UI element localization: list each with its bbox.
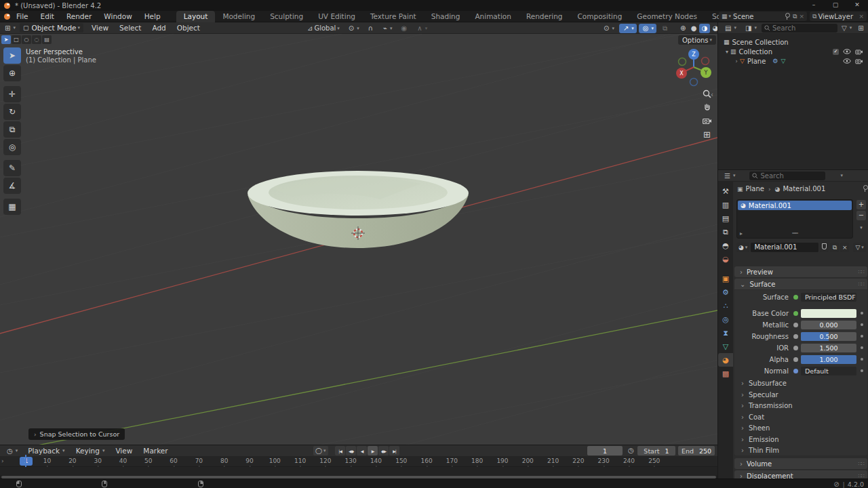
frame-tick-90[interactable]: 90: [245, 458, 253, 464]
timeline-menu-marker[interactable]: Marker: [138, 447, 173, 455]
unlink-button[interactable]: ×: [840, 243, 849, 252]
expand-icon[interactable]: ›: [733, 58, 740, 64]
shading-solid-button[interactable]: ●: [688, 24, 699, 33]
panel-displacement[interactable]: Displacement∷∷: [734, 470, 867, 479]
roughness-slider[interactable]: 0.500: [801, 332, 856, 341]
tool-scale[interactable]: ⧉: [3, 121, 21, 138]
proportional-edit-toggle[interactable]: ◉: [397, 24, 412, 33]
new-collection-icon[interactable]: ⊞: [856, 24, 865, 32]
start-frame-field[interactable]: Start1: [637, 446, 675, 455]
snap-target-dropdown[interactable]: ⌁▾: [379, 24, 395, 33]
frame-tick-210[interactable]: 210: [547, 458, 559, 464]
remove-slot-button[interactable]: −: [856, 211, 866, 220]
timeline-menu-keying[interactable]: Keying▾: [71, 447, 111, 455]
tab-physics[interactable]: ◎: [718, 312, 733, 326]
close-button[interactable]: ✕: [846, 0, 868, 11]
workspace-tab-modeling[interactable]: Modeling: [215, 11, 262, 22]
visibility-dropdown[interactable]: ⊙▾: [599, 24, 617, 33]
tab-output[interactable]: ▤: [718, 211, 733, 225]
camera-view-button[interactable]: [701, 115, 713, 127]
next-keyframe-button[interactable]: ◆▶: [378, 446, 389, 455]
outliner-search-input[interactable]: [772, 24, 831, 32]
timeline-editor-type-button[interactable]: ◷▾: [3, 446, 20, 455]
alpha-slider[interactable]: 1.000: [801, 355, 856, 364]
outliner-search[interactable]: [762, 24, 837, 33]
frame-tick-190[interactable]: 190: [496, 458, 508, 464]
properties-editor-type-button[interactable]: ☰▾: [720, 171, 738, 180]
properties-search[interactable]: [749, 171, 825, 180]
frame-tick-110[interactable]: 110: [294, 458, 306, 464]
tab-render[interactable]: ▥: [718, 198, 733, 211]
frame-tick-140[interactable]: 140: [370, 458, 382, 464]
expand-icon[interactable]: ▾: [724, 49, 730, 55]
decorate-dot[interactable]: [861, 358, 863, 361]
maximize-button[interactable]: ▢: [825, 0, 846, 11]
frame-tick-80[interactable]: 80: [220, 458, 228, 464]
viewport-menu-object[interactable]: Object: [172, 24, 205, 32]
frame-tick-230[interactable]: 230: [598, 458, 610, 464]
shading-wireframe-button[interactable]: ⊕: [677, 24, 688, 33]
tab-constraints[interactable]: ⧗: [718, 326, 733, 340]
workspace-tab-shading[interactable]: Shading: [424, 11, 468, 22]
tab-world[interactable]: ◒: [718, 252, 733, 266]
material-name-field[interactable]: Material.001: [751, 243, 818, 252]
tab-view-layer[interactable]: ⧉: [718, 225, 733, 239]
pivot-dropdown[interactable]: ⊙▾: [344, 24, 362, 33]
tool-move[interactable]: ✛: [3, 86, 21, 102]
new-material-button[interactable]: ⧉: [830, 243, 839, 252]
mode-dropdown[interactable]: ▢ Object Mode ▾: [20, 23, 83, 33]
falloff-dropdown[interactable]: ∧▾: [413, 24, 430, 33]
outliner-row-scene-collection[interactable]: ▦ Scene Collection: [718, 37, 868, 47]
workspace-tab-texture-paint[interactable]: Texture Paint: [363, 11, 424, 22]
tool-transform[interactable]: ◎: [3, 139, 21, 155]
frame-tick-120[interactable]: 120: [319, 458, 331, 464]
play-button[interactable]: ▶: [368, 446, 378, 455]
subpanel-sheen[interactable]: Sheen: [741, 424, 770, 432]
slot-specials-button[interactable]: ▾: [856, 224, 866, 233]
material-slot-list[interactable]: ◕ Material.001 ▸ ══: [736, 199, 853, 239]
outliner-filter-dropdown[interactable]: ◨▾: [741, 23, 760, 33]
select-mode-circle[interactable]: ○: [22, 35, 31, 44]
properties-search-input[interactable]: [760, 172, 818, 180]
frame-tick-200[interactable]: 200: [522, 458, 534, 464]
workspace-tab-animation[interactable]: Animation: [467, 11, 519, 22]
frame-tick-150[interactable]: 150: [395, 458, 407, 464]
ortho-toggle-button[interactable]: ⊞: [701, 129, 713, 140]
base-color-swatch[interactable]: [801, 309, 856, 318]
list-resize-grip[interactable]: ══: [792, 230, 797, 237]
viewport-menu-select[interactable]: Select: [114, 24, 146, 32]
current-frame-field[interactable]: 1: [587, 446, 623, 455]
decorate-dot[interactable]: [861, 369, 863, 372]
tab-particles[interactable]: ∴: [718, 299, 733, 312]
pan-button[interactable]: [701, 102, 713, 113]
tool-rotate[interactable]: ↻: [3, 104, 21, 120]
eye-icon[interactable]: [843, 58, 851, 64]
auto-keying-toggle[interactable]: ◯▾: [313, 446, 328, 455]
play-reverse-button[interactable]: ◀: [357, 446, 367, 455]
add-slot-button[interactable]: +: [856, 200, 866, 209]
sidebar-toggle-arrow[interactable]: ‹: [711, 91, 713, 98]
viewport-menu-add[interactable]: Add: [146, 24, 171, 32]
frame-tick-240[interactable]: 240: [623, 458, 635, 464]
frame-tick-40[interactable]: 40: [119, 458, 127, 464]
breadcrumb-object[interactable]: Plane: [746, 185, 764, 192]
select-mode-box[interactable]: □: [12, 35, 21, 44]
subpanel-subsurface[interactable]: Subsurface: [741, 379, 787, 388]
tool-measure[interactable]: ∡: [3, 178, 21, 194]
decorate-dot[interactable]: [861, 323, 863, 326]
tool-add-cube[interactable]: ▦: [3, 199, 21, 215]
browse-material-button[interactable]: ◕▾: [736, 243, 749, 252]
scene-selector[interactable]: ▦ ▾ Scene ⧉ ×: [719, 12, 807, 21]
menu-edit[interactable]: Edit: [35, 12, 60, 20]
subpanel-thin-film[interactable]: Thin Film: [741, 446, 779, 455]
select-mode-paint[interactable]: ▤: [42, 35, 52, 44]
workspace-tab-compositing[interactable]: Compositing: [570, 11, 630, 22]
menu-file[interactable]: File: [10, 12, 35, 20]
timeline-track-area[interactable]: [0, 467, 717, 475]
pin-icon[interactable]: [784, 13, 790, 20]
outliner-row-plane[interactable]: › ▽ Plane ⚙ ▽: [718, 56, 868, 66]
frame-tick-170[interactable]: 170: [446, 458, 458, 464]
viewport-3d[interactable]: ➤□○◌▤ ➤⊕✛↻⧉◎✎∡▦ User Perspective (1) Col…: [0, 34, 717, 445]
filter-dropdown[interactable]: ▽▾: [853, 243, 865, 252]
select-mode-tweak[interactable]: ➤: [1, 35, 11, 44]
